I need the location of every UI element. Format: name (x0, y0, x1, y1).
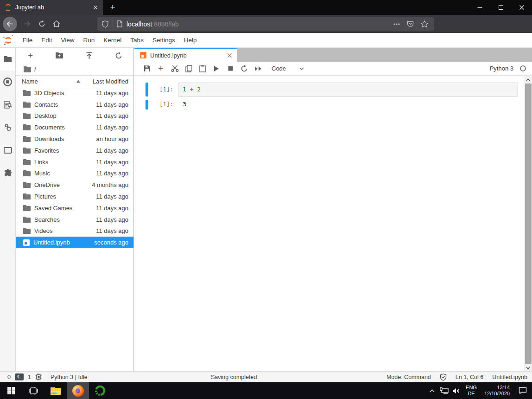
file-row[interactable]: Videos11 days ago (16, 225, 133, 237)
scroll-down-icon[interactable] (524, 364, 532, 371)
run-all-button[interactable] (251, 62, 265, 75)
volume-icon[interactable] (450, 382, 462, 399)
run-cell-button[interactable] (209, 62, 223, 75)
paste-cells-button[interactable] (196, 62, 209, 75)
start-button[interactable] (0, 382, 22, 399)
file-row[interactable]: Downloadsan hour ago (16, 133, 133, 145)
cut-cells-button[interactable] (168, 62, 182, 75)
menu-kernel[interactable]: Kernel (99, 33, 126, 47)
command-mode-indicator[interactable]: Mode: Command (386, 374, 431, 380)
back-button[interactable] (3, 17, 17, 31)
notebook-tab-close-icon[interactable] (227, 53, 232, 58)
kernels-count[interactable]: 1 (28, 374, 31, 380)
notebook-tab[interactable]: Untitled.ipynb (134, 48, 237, 62)
close-window-button[interactable] (511, 0, 532, 15)
minimize-button[interactable] (469, 0, 490, 15)
file-row[interactable]: OneDrive4 months ago (16, 179, 133, 191)
sidebar-item-property-inspector[interactable] (0, 116, 15, 139)
menu-run[interactable]: Run (79, 33, 99, 47)
cell-type-dropdown[interactable]: Code (272, 65, 304, 72)
menu-file[interactable]: File (18, 33, 37, 47)
file-name: OneDrive (34, 181, 60, 188)
file-row[interactable]: Links11 days ago (16, 156, 133, 168)
file-row-selected[interactable]: Untitled.ipynbseconds ago (16, 237, 133, 248)
tracking-protection-shield-icon[interactable] (102, 20, 108, 28)
forward-button[interactable] (19, 15, 34, 33)
new-folder-button[interactable] (55, 52, 63, 59)
menu-view[interactable]: View (57, 33, 79, 47)
app-green-ring-button[interactable] (89, 382, 111, 399)
new-tab-button[interactable]: + (105, 0, 120, 15)
browser-tab[interactable]: JupyterLab (0, 0, 103, 15)
file-row[interactable]: Documents11 days ago (16, 122, 133, 133)
pocket-icon[interactable] (407, 20, 414, 27)
file-row[interactable]: Pictures11 days ago (16, 191, 133, 202)
sidebar-item-extensions[interactable] (0, 161, 15, 184)
page-actions-dots-icon[interactable] (393, 23, 400, 25)
new-launcher-button[interactable]: + (28, 51, 33, 61)
breadcrumb-root[interactable]: / (34, 66, 36, 73)
folder-icon (23, 102, 31, 108)
kernel-status-text[interactable]: Python 3 | Idle (51, 374, 88, 380)
file-row[interactable]: Saved Games11 days ago (16, 202, 133, 214)
column-separator (86, 77, 86, 86)
file-explorer-button[interactable] (44, 382, 67, 399)
scroll-up-icon[interactable] (524, 76, 532, 83)
menu-help[interactable]: Help (179, 33, 201, 47)
upload-button[interactable] (86, 52, 93, 59)
kernel-name[interactable]: Python 3 (490, 65, 513, 72)
menu-edit[interactable]: Edit (37, 33, 57, 47)
file-row[interactable]: Favorites11 days ago (16, 145, 133, 156)
home-button[interactable] (49, 15, 64, 33)
refresh-filebrowser-button[interactable] (115, 52, 122, 59)
page-info-icon[interactable] (117, 20, 122, 27)
kernel-area: Python 3 (490, 62, 526, 75)
file-row[interactable]: Desktop11 days ago (16, 110, 133, 122)
restart-kernel-button[interactable] (237, 62, 251, 75)
dock-tabbar: Untitled.ipynb (134, 48, 532, 62)
tab-close-icon[interactable] (93, 5, 98, 10)
sidebar-item-commands[interactable] (0, 93, 15, 116)
cursor-position[interactable]: Ln 1, Col 6 (456, 374, 483, 380)
kernel-status-icon[interactable] (520, 65, 526, 71)
code-editor[interactable]: 1 + 2 (178, 83, 518, 97)
scrollbar-thumb[interactable] (525, 84, 532, 364)
code-cell[interactable]: [1]: 1 + 2 (146, 83, 518, 97)
active-file-name[interactable]: Untitled.ipynb (492, 374, 527, 380)
file-row[interactable]: Music11 days ago (16, 168, 133, 180)
url-text[interactable]: localhost:8888/lab (127, 20, 390, 28)
reload-button[interactable] (34, 15, 49, 33)
tray-expand-icon[interactable] (426, 382, 438, 399)
interrupt-kernel-button[interactable] (223, 62, 237, 75)
column-header-modified[interactable]: Last Modified (93, 78, 128, 85)
column-header-name[interactable]: Name (16, 78, 38, 85)
firefox-taskbar-button[interactable] (67, 382, 89, 399)
menu-tabs[interactable]: Tabs (126, 33, 148, 47)
address-bar[interactable]: localhost:8888/lab (97, 17, 434, 31)
file-modified: seconds ago (94, 239, 128, 246)
network-icon[interactable] (438, 382, 450, 399)
trusted-shield-icon[interactable] (440, 373, 447, 381)
save-button[interactable] (140, 62, 154, 75)
language-indicator[interactable]: ENG DE (462, 385, 481, 397)
action-center-icon[interactable] (513, 382, 532, 399)
restore-button[interactable] (490, 0, 511, 15)
sidebar-item-open-tabs[interactable] (0, 139, 15, 161)
terminals-count[interactable]: 0 (7, 374, 11, 380)
task-view-button[interactable] (22, 382, 44, 399)
breadcrumb[interactable]: / (16, 63, 133, 75)
file-row[interactable]: Searches11 days ago (16, 214, 133, 225)
clock[interactable]: 13:14 12/10/2020 (481, 385, 513, 397)
bookmark-star-icon[interactable] (421, 20, 428, 27)
sidebar-item-filebrowser[interactable] (0, 48, 15, 71)
home-folder-icon[interactable] (24, 66, 31, 72)
file-row[interactable]: 3D Objects11 days ago (16, 87, 133, 99)
notebook-scrollbar[interactable] (524, 76, 532, 371)
folder-icon (23, 228, 31, 234)
copy-cells-button[interactable] (182, 62, 196, 75)
add-cell-button[interactable]: + (154, 62, 168, 75)
sidebar-item-running[interactable] (0, 71, 15, 93)
language-primary: ENG (466, 385, 477, 391)
menu-settings[interactable]: Settings (148, 33, 179, 47)
file-row[interactable]: Contacts11 days ago (16, 99, 133, 110)
